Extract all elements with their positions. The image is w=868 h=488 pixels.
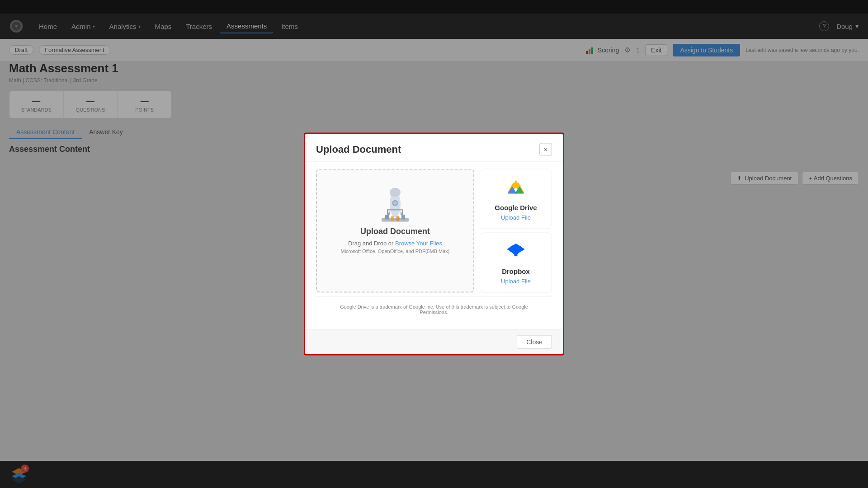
svg-rect-15 — [387, 209, 403, 211]
rocket-illustration — [377, 184, 413, 225]
dropzone-formats: Microsoft Office, OpenOffice, and PDF(5M… — [328, 249, 462, 254]
modal-content-row: Upload Document Drag and Drop or Browse … — [316, 169, 552, 293]
modal-body: Upload Document Drag and Drop or Browse … — [305, 162, 563, 329]
svg-point-11 — [391, 216, 394, 221]
upload-document-modal: Upload Document × — [305, 134, 563, 354]
dropbox-upload-link[interactable]: Upload File — [501, 278, 531, 285]
dropbox-icon — [505, 240, 527, 262]
modal-close-footer-button[interactable]: Close — [517, 335, 552, 349]
svg-point-12 — [396, 216, 400, 221]
dropzone-title: Upload Document — [328, 227, 462, 236]
modal-header: Upload Document × — [305, 134, 563, 162]
modal-container: Upload Document × — [304, 133, 564, 356]
dropbox-name: Dropbox — [486, 267, 546, 275]
modal-footer: Close — [305, 329, 563, 354]
upload-options: Google Drive Upload File — [480, 169, 552, 293]
google-drive-icon — [505, 177, 527, 198]
svg-point-10 — [393, 202, 397, 205]
modal-close-button[interactable]: × — [539, 143, 552, 156]
browse-files-link[interactable]: Browse Your Files — [395, 240, 442, 247]
upload-dropzone[interactable]: Upload Document Drag and Drop or Browse … — [316, 169, 474, 293]
google-drive-name: Google Drive — [486, 204, 546, 211]
modal-title: Upload Document — [316, 144, 401, 155]
dropbox-option[interactable]: Dropbox Upload File — [480, 233, 552, 293]
dropzone-desc: Drag and Drop or Browse Your Files — [328, 240, 462, 247]
google-drive-upload-link[interactable]: Upload File — [501, 214, 531, 221]
google-drive-option[interactable]: Google Drive Upload File — [480, 169, 552, 229]
modal-notice: Google Drive is a trademark of Google In… — [316, 296, 552, 322]
